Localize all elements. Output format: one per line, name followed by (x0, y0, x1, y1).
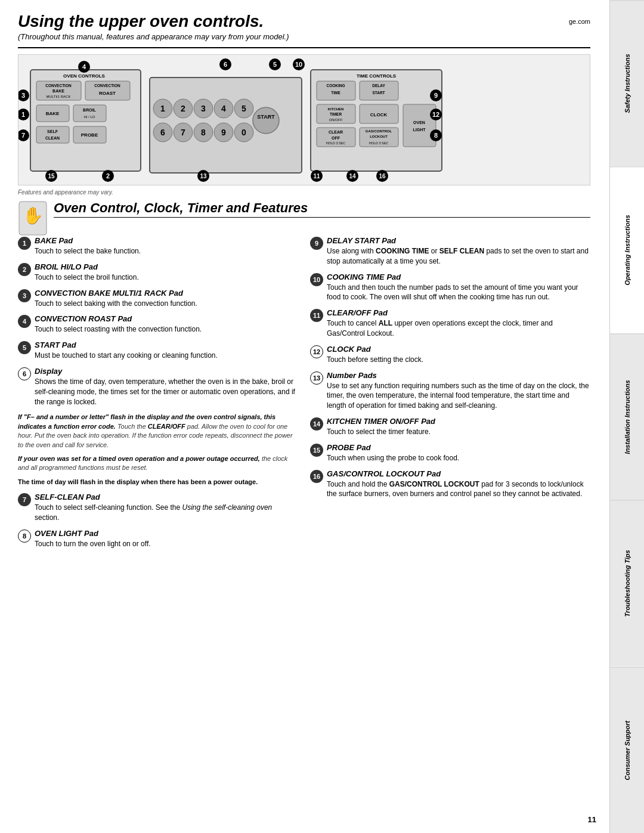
feature-oven-light: 8 OVEN LIGHT Pad Touch to turn the oven … (18, 529, 298, 549)
feature-title-2: BROIL HI/LO Pad (35, 262, 298, 271)
sidebar-tab-installation-label: Installation Instructions (624, 380, 631, 454)
svg-text:9: 9 (221, 128, 226, 137)
sidebar-tab-operating[interactable]: Operating Instructions (610, 166, 644, 333)
svg-text:6: 6 (160, 128, 165, 137)
svg-text:TIME: TIME (331, 91, 340, 95)
feature-title-14: KITCHEN TIMER ON/OFF Pad (327, 417, 590, 426)
feature-bake: 1 BAKE Pad Touch to select the bake func… (18, 236, 298, 256)
svg-text:2: 2 (181, 104, 185, 113)
svg-text:OVEN CONTROLS: OVEN CONTROLS (63, 73, 105, 79)
features-left-col: 1 BAKE Pad Touch to select the bake func… (18, 236, 298, 555)
svg-text:2: 2 (106, 172, 110, 179)
svg-text:7: 7 (21, 132, 25, 139)
svg-text:START: START (372, 91, 385, 95)
svg-text:13: 13 (200, 173, 207, 179)
feature-title-16: GAS/CONTROL LOCKOUT Pad (327, 469, 590, 478)
sidebar-tab-operating-label: Operating Instructions (624, 215, 631, 286)
feature-icon-12: 12 (310, 345, 323, 358)
svg-text:SELF: SELF (47, 129, 58, 134)
warning-2: If your oven was set for a timed oven op… (18, 454, 298, 473)
svg-text:TIMER: TIMER (330, 112, 342, 116)
feature-desc-7: Touch to select self-cleaning function. … (35, 503, 298, 523)
svg-text:14: 14 (349, 173, 356, 179)
feature-title-12: CLOCK Pad (327, 345, 590, 354)
feature-title-7: SELF-CLEAN Pad (35, 493, 298, 501)
subtitle: (Throughout this manual, features and ap… (18, 32, 590, 41)
svg-text:8: 8 (434, 132, 438, 139)
svg-text:MULTI/1 RACK: MULTI/1 RACK (47, 95, 71, 98)
diagram-svg: OVEN CONTROLS CONVECTION BAKE MULTI/1 RA… (18, 55, 590, 186)
feature-desc-8: Touch to turn the oven light on or off. (35, 539, 298, 549)
feature-desc-12: Touch before setting the clock. (327, 355, 590, 365)
feature-desc-2: Touch to select the broil function. (35, 272, 298, 283)
features-columns: 1 BAKE Pad Touch to select the bake func… (18, 236, 590, 555)
feature-title-3: CONVECTION BAKE MULTI/1 RACK Pad (35, 289, 298, 298)
svg-text:5: 5 (242, 104, 246, 113)
svg-text:BROIL: BROIL (83, 108, 97, 112)
sidebar-tab-troubleshooting-label: Troubleshooting Tips (624, 550, 631, 617)
svg-text:CLOCK: CLOCK (370, 112, 388, 117)
feature-icon-5: 5 (18, 341, 31, 354)
feature-icon-6: 6 (18, 367, 31, 380)
svg-text:CONVECTION: CONVECTION (94, 83, 120, 88)
svg-text:CLEAR: CLEAR (329, 130, 343, 134)
svg-text:KITCHEN: KITCHEN (328, 107, 344, 111)
sidebar-tab-installation[interactable]: Installation Instructions (610, 333, 644, 500)
svg-text:ROAST: ROAST (99, 91, 116, 96)
feature-desc-6: Shows the time of day, oven temperature,… (35, 377, 298, 407)
svg-text:9: 9 (434, 92, 438, 99)
feature-title-15: PROBE Pad (327, 443, 590, 452)
svg-point-40 (253, 107, 279, 134)
feature-icon-14: 14 (310, 417, 323, 431)
feature-icon-3: 3 (18, 289, 31, 302)
svg-text:ON/OFF: ON/OFF (329, 118, 343, 122)
feature-desc-1: Touch to select the bake function. (35, 246, 298, 256)
svg-text:LIGHT: LIGHT (413, 128, 426, 132)
feature-icon-2: 2 (18, 263, 31, 276)
feature-icon-11: 11 (310, 309, 323, 322)
feature-desc-10: Touch and then touch the number pads to … (327, 283, 590, 303)
page-title: Using the upper oven controls. (18, 12, 264, 31)
svg-text:5: 5 (273, 61, 277, 68)
section-divider (54, 217, 590, 218)
feature-number-pads: 13 Number Pads Use to set any function r… (310, 371, 590, 411)
feature-desc-15: Touch when using the probe to cook food. (327, 453, 590, 463)
feature-desc-9: Use along with COOKING TIME or SELF CLEA… (327, 246, 590, 267)
website-label: ge.com (569, 18, 590, 25)
svg-text:0: 0 (242, 128, 246, 137)
feature-icon-16: 16 (310, 470, 323, 483)
feature-icon-7: 7 (18, 493, 31, 506)
svg-text:1: 1 (160, 104, 165, 113)
feature-convection-bake: 3 CONVECTION BAKE MULTI/1 RACK Pad Touch… (18, 289, 298, 309)
feature-clock: 12 CLOCK Pad Touch before setting the cl… (310, 345, 590, 365)
feature-icon-8: 8 (18, 529, 31, 543)
svg-text:LOCKOUT: LOCKOUT (370, 135, 388, 138)
svg-text:PROBE: PROBE (81, 132, 98, 138)
svg-text:10: 10 (295, 61, 302, 68)
svg-text:11: 11 (313, 173, 320, 179)
feature-delay-start: 9 DELAY START Pad Use along with COOKING… (310, 236, 590, 267)
svg-text:BAKE: BAKE (52, 89, 64, 93)
feature-title-11: CLEAR/OFF Pad (327, 308, 590, 317)
feature-desc-5: Must be touched to start any cooking or … (35, 351, 298, 361)
feature-start: 5 START Pad Must be touched to start any… (18, 340, 298, 361)
svg-text:7: 7 (181, 128, 185, 137)
svg-text:TIME CONTROLS: TIME CONTROLS (357, 73, 397, 79)
svg-text:8: 8 (201, 128, 206, 137)
sidebar-tab-safety[interactable]: Safety Instructions (610, 0, 644, 166)
sidebar-tab-consumer[interactable]: Consumer Support (610, 667, 644, 833)
feature-probe: 15 PROBE Pad Touch when using the probe … (310, 443, 590, 463)
svg-text:START: START (257, 114, 275, 120)
feature-self-clean: 7 SELF-CLEAN Pad Touch to select self-cl… (18, 493, 298, 523)
feature-title-8: OVEN LIGHT Pad (35, 529, 298, 538)
svg-text:CONVECTION: CONVECTION (45, 83, 72, 88)
sidebar-tab-troubleshooting[interactable]: Troubleshooting Tips (610, 500, 644, 666)
svg-text:HI / LO: HI / LO (83, 115, 95, 119)
feature-desc-4: Touch to select roasting with the convec… (35, 324, 298, 335)
oven-diagram: OVEN CONTROLS CONVECTION BAKE MULTI/1 RA… (18, 54, 590, 185)
feature-icon-1: 1 (18, 237, 31, 250)
feature-desc-14: Touch to select the timer feature. (327, 427, 590, 437)
feature-icon-15: 15 (310, 444, 323, 457)
main-content: Using the upper oven controls. ge.com (T… (0, 0, 608, 567)
feature-convection-roast: 4 CONVECTION ROAST Pad Touch to select r… (18, 314, 298, 335)
